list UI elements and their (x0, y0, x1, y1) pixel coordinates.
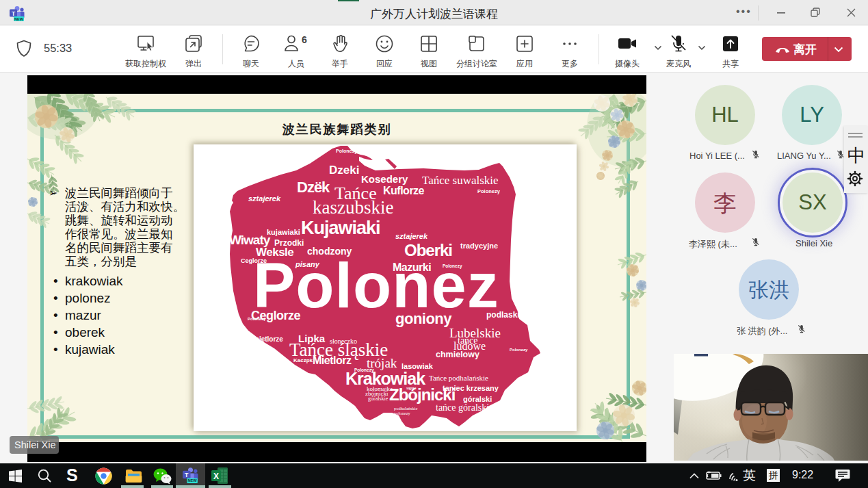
svg-text:6: 6 (302, 34, 307, 45)
svg-text:NEW: NEW (14, 17, 24, 21)
svg-text:T: T (12, 10, 16, 17)
svg-text:NEW: NEW (187, 478, 197, 483)
svg-text:X: X (213, 472, 219, 481)
svg-text:T: T (185, 472, 189, 478)
